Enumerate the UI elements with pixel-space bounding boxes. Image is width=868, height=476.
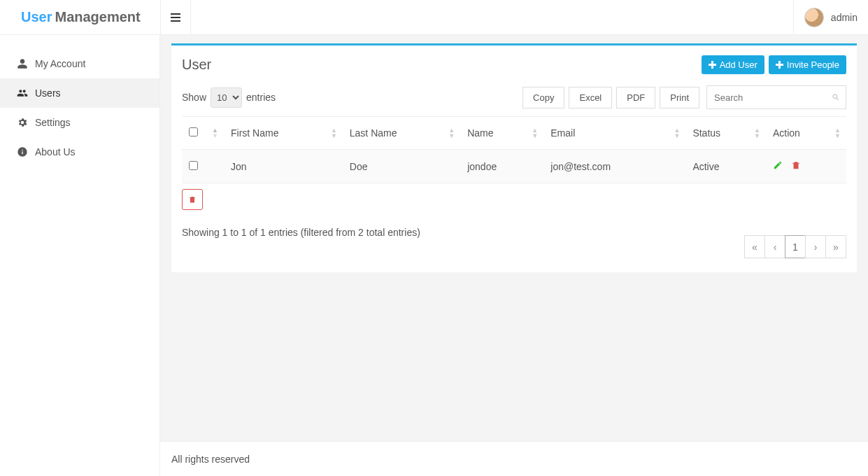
excel-button[interactable]: Excel — [569, 87, 612, 108]
cell-last-name: Doe — [343, 150, 460, 183]
topbar: User Management admin — [0, 0, 868, 35]
page-next-button[interactable]: › — [805, 235, 826, 258]
brand-logo: User Management — [0, 0, 160, 35]
page-first-button[interactable]: « — [744, 235, 765, 258]
bulk-delete-button[interactable] — [182, 189, 203, 210]
sidebar-item-label: Users — [35, 88, 61, 99]
copy-button[interactable]: Copy — [522, 87, 564, 108]
col-last-name[interactable]: Last Name — [343, 117, 460, 150]
hamburger-icon — [171, 13, 180, 22]
user-panel: User Add User Invite People Show 10 — [171, 43, 857, 272]
sidebar-item-label: About Us — [35, 146, 76, 158]
cell-name: jondoe — [460, 150, 543, 183]
panel-actions: Add User Invite People — [702, 55, 846, 74]
username-label: admin — [831, 12, 858, 23]
export-buttons: Copy Excel PDF Print — [522, 87, 699, 108]
page-prev-button[interactable]: ‹ — [764, 235, 785, 258]
sidebar-item-label: My Account — [35, 58, 85, 69]
sidebar: My Account Users Settings About Us — [0, 35, 160, 476]
footer: All rights reserved — [160, 441, 868, 476]
table-footer: Showing 1 to 1 of 1 entries (filtered fr… — [182, 227, 846, 258]
user-icon — [14, 58, 31, 69]
delete-icon[interactable] — [791, 160, 801, 170]
brand-part1: User — [21, 9, 52, 25]
pagination: « ‹ 1 › » — [745, 235, 846, 258]
info-icon — [14, 146, 31, 158]
edit-icon[interactable] — [773, 160, 783, 170]
cell-first-name: Jon — [224, 150, 343, 183]
col-first-name[interactable]: First Name — [224, 117, 343, 150]
table-controls: Show 10 entries Copy Excel PDF Print — [182, 85, 846, 109]
sort-icon[interactable] — [834, 127, 841, 139]
avatar — [804, 8, 824, 27]
cell-status: Active — [685, 150, 766, 183]
sort-icon[interactable] — [754, 127, 760, 139]
trash-icon — [188, 195, 197, 204]
sidebar-item-label: Settings — [35, 117, 71, 128]
cell-email: jon@test.com — [543, 150, 685, 183]
search-input[interactable] — [714, 92, 832, 103]
sort-icon[interactable] — [212, 127, 218, 139]
sort-icon[interactable] — [331, 127, 337, 139]
add-user-label: Add User — [720, 59, 757, 70]
length-control: Show 10 entries — [182, 88, 276, 108]
sidebar-item-about-us[interactable]: About Us — [0, 137, 159, 167]
col-action: Action — [766, 117, 846, 150]
main-content: User Add User Invite People Show 10 — [160, 35, 868, 441]
users-icon — [14, 88, 31, 99]
users-table: First Name Last Name Name Email Status A… — [182, 116, 846, 183]
col-name[interactable]: Name — [460, 117, 543, 150]
cell-action — [766, 150, 846, 183]
page-last-button[interactable]: » — [825, 235, 846, 258]
print-button[interactable]: Print — [660, 87, 699, 108]
sidebar-item-my-account[interactable]: My Account — [0, 49, 159, 78]
row-checkbox[interactable] — [189, 161, 198, 170]
pdf-button[interactable]: PDF — [616, 87, 655, 108]
show-label: Show — [182, 92, 206, 103]
col-email[interactable]: Email — [543, 117, 685, 150]
sort-icon[interactable] — [448, 127, 455, 139]
brand-part2: Management — [55, 9, 140, 25]
sidebar-item-users[interactable]: Users — [0, 78, 159, 108]
col-status[interactable]: Status — [685, 117, 766, 150]
footer-text: All rights reserved — [171, 454, 250, 465]
gear-icon — [14, 117, 31, 128]
sidebar-toggle-button[interactable] — [160, 0, 191, 35]
panel-header: User Add User Invite People — [171, 46, 857, 80]
plus-icon — [709, 61, 716, 69]
user-menu[interactable]: admin — [793, 0, 868, 35]
add-user-button[interactable]: Add User — [702, 55, 764, 74]
invite-label: Invite People — [787, 59, 839, 70]
table-row: Jon Doe jondoe jon@test.com Active — [182, 150, 846, 183]
select-all-checkbox[interactable] — [189, 127, 198, 136]
length-select[interactable]: 10 — [211, 88, 242, 108]
sort-icon[interactable] — [532, 127, 538, 139]
search-field[interactable] — [706, 85, 846, 109]
invite-people-button[interactable]: Invite People — [769, 55, 846, 74]
search-icon — [832, 92, 840, 103]
page-number-button[interactable]: 1 — [785, 235, 806, 258]
panel-body: Show 10 entries Copy Excel PDF Print — [171, 85, 857, 272]
sidebar-item-settings[interactable]: Settings — [0, 108, 159, 137]
plus-icon — [776, 61, 783, 69]
page-title: User — [182, 57, 211, 73]
entries-label: entries — [246, 92, 276, 103]
sort-icon[interactable] — [674, 127, 680, 139]
